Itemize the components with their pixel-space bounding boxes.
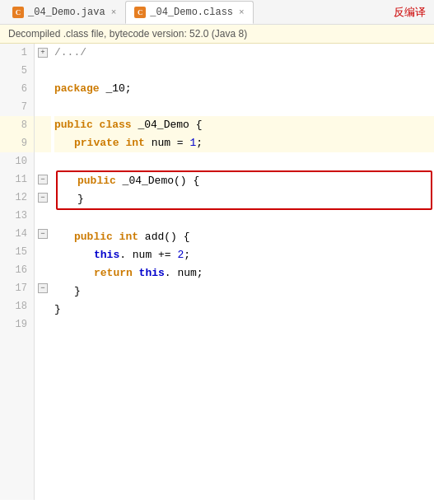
line-num-7: 7: [0, 98, 34, 116]
kw-this-16: this: [139, 264, 165, 282]
code-line-19: [54, 319, 434, 337]
code-line-11: public _04_Demo() {: [58, 172, 431, 190]
classname-04demo: _04_Demo {: [138, 116, 202, 134]
java-tab-label: _04_Demo.java: [28, 7, 105, 18]
line-num-18: 18: [0, 297, 34, 315]
line-num-6: 6: [0, 80, 34, 98]
code-line-12: }: [58, 190, 431, 208]
code-line-18: }: [54, 301, 434, 319]
code-line-5: [54, 62, 434, 80]
tab-class[interactable]: C _04_Demo.class ×: [125, 1, 253, 24]
code-span: /.../: [54, 44, 93, 62]
semicolon-15: ;: [184, 246, 190, 264]
tab-java[interactable]: C _04_Demo.java ×: [3, 1, 125, 24]
line-num-12: 12: [0, 189, 34, 207]
kw-private: private: [74, 134, 125, 152]
fold-column: + − − − −: [35, 44, 51, 500]
code-area: 1 5 6 7 8 9 10 11 12 13 14 15 16 17 18 1…: [0, 44, 434, 500]
code-line-15: this . num += 2 ;: [54, 246, 434, 264]
code-line-1: /.../: [54, 44, 434, 62]
annotation-label: 反编译: [394, 5, 426, 20]
kw-package: package: [54, 80, 105, 98]
info-bar: Decompiled .class file, bytecode version…: [0, 25, 434, 44]
line-num-11: 11: [0, 170, 34, 189]
dot-num-16: . num;: [165, 264, 203, 282]
line-num-19: 19: [0, 315, 34, 334]
num-1: 1: [189, 134, 196, 152]
code-line-13: [54, 210, 434, 228]
constructor-name: _04_Demo() {: [123, 172, 200, 190]
fold-icon-12[interactable]: −: [38, 193, 48, 203]
close-brace-18: }: [54, 301, 61, 319]
kw-public-11: public: [77, 172, 123, 190]
code-line-16: return this . num;: [54, 264, 434, 282]
line-num-15: 15: [0, 243, 34, 261]
fold-icon-17[interactable]: −: [38, 283, 48, 293]
kw-int-9: int: [125, 134, 151, 152]
line-num-17: 17: [0, 279, 34, 297]
kw-public-8: public: [54, 116, 100, 134]
line-num-13: 13: [0, 207, 34, 225]
java-tab-close[interactable]: ×: [111, 7, 117, 17]
class-tab-label: _04_Demo.class: [150, 7, 233, 18]
code-content: /.../ package _10; public class _04_Demo…: [51, 44, 434, 500]
line-num-5: 5: [0, 62, 34, 80]
line-num-16: 16: [0, 261, 34, 279]
line-num-8: 8: [0, 116, 34, 134]
java-tab-icon: C: [12, 7, 24, 18]
line-num-9: 9: [0, 134, 34, 152]
code-line-14: public int add() {: [54, 228, 434, 246]
pkg-name: _10;: [105, 80, 131, 98]
line-num-1: 1: [0, 44, 34, 62]
line-num-14: 14: [0, 225, 34, 243]
method-add: add() {: [145, 228, 190, 246]
kw-int-14: int: [119, 228, 145, 246]
fold-icon-1[interactable]: +: [38, 48, 48, 58]
fold-icon-14[interactable]: −: [38, 229, 48, 239]
constructor-box: public _04_Demo() { }: [56, 170, 432, 210]
code-line-6: package _10;: [54, 80, 434, 98]
line-num-10: 10: [0, 152, 34, 170]
line-numbers: 1 5 6 7 8 9 10 11 12 13 14 15 16 17 18 1…: [0, 44, 35, 500]
kw-return: return: [94, 264, 139, 282]
kw-public-14: public: [74, 228, 119, 246]
code-line-10: [54, 152, 434, 170]
kw-class: class: [100, 116, 138, 134]
code-line-8: public class _04_Demo {: [54, 116, 434, 134]
code-line-7: [54, 98, 434, 116]
class-tab-close[interactable]: ×: [239, 7, 245, 17]
num-2: 2: [177, 246, 184, 264]
code-line-17: }: [54, 282, 434, 301]
code-line-9: private int num = 1 ;: [54, 134, 434, 152]
semicolon-9: ;: [196, 134, 203, 152]
kw-this-15: this: [94, 246, 119, 264]
dot-15: . num +=: [119, 246, 177, 264]
field-num: num =: [152, 134, 190, 152]
close-brace-12: }: [77, 190, 84, 208]
class-tab-icon: C: [134, 7, 146, 18]
fold-icon-11[interactable]: −: [38, 175, 48, 184]
close-brace-17: }: [74, 282, 81, 301]
tab-bar: C _04_Demo.java × C _04_Demo.class × 反编译: [0, 0, 434, 25]
